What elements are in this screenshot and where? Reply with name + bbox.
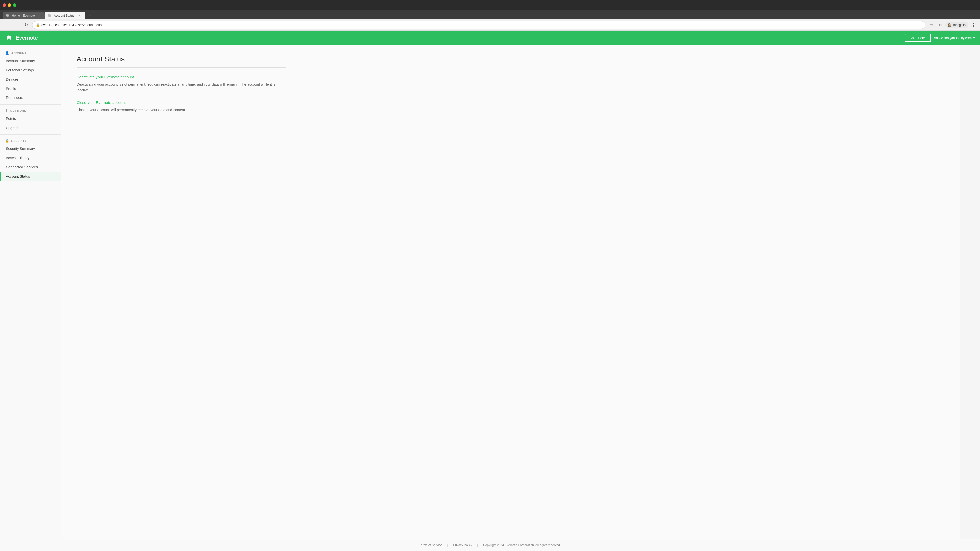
sidebar-section-account: 👤 ACCOUNT [0, 49, 61, 56]
address-lock-icon: 🔒 [36, 23, 40, 27]
toolbar-actions: ☆ ⧉ 🕵 Incognito ⋮ [928, 21, 977, 29]
sidebar-item-account-status[interactable]: Account Status [0, 171, 61, 181]
app-container: Evernote Go to notes 5b3c818b@moodjoy.co… [0, 30, 980, 551]
header-right: Go to notes 5b3c818b@moodjoy.com ▾ [905, 34, 975, 42]
tab-title-home: Home - Evernote [12, 14, 35, 17]
go-to-notes-button[interactable]: Go to notes [905, 34, 931, 42]
sidebar-item-profile[interactable]: Profile [0, 84, 61, 93]
user-menu-chevron: ▾ [973, 36, 975, 40]
user-menu[interactable]: 5b3c818b@moodjoy.com ▾ [934, 36, 975, 40]
tab-favicon-home: 🐘 [6, 14, 10, 17]
footer-privacy-link[interactable]: Privacy Policy [453, 543, 472, 547]
close-description: Closing your account will permanently re… [76, 107, 286, 113]
new-tab-button[interactable]: + [86, 12, 94, 19]
sidebar-item-connected-services[interactable]: Connected Services [0, 162, 61, 171]
sidebar-item-access-history[interactable]: Access History [0, 153, 61, 162]
deactivate-link[interactable]: Deactivate your Evernote account [76, 75, 134, 79]
footer: Terms of Service | Privacy Policy | Copy… [0, 539, 980, 551]
back-button[interactable]: ← [3, 21, 10, 29]
address-text: evernote.com/secure/CloseAccount.action [41, 23, 103, 27]
sidebar-item-points[interactable]: Points [0, 114, 61, 123]
incognito-label: Incognito [953, 23, 966, 27]
app-logo-text: Evernote [16, 35, 38, 41]
tab-close-account[interactable]: ✕ [78, 14, 82, 17]
sidebar-item-devices[interactable]: Devices [0, 75, 61, 84]
sidebar-item-upgrade[interactable]: Upgrade [0, 123, 61, 132]
user-email: 5b3c818b@moodjoy.com [934, 36, 972, 40]
account-section-label: ACCOUNT [11, 52, 27, 55]
address-bar[interactable]: 🔒 evernote.com/secure/CloseAccount.actio… [32, 21, 925, 29]
footer-terms-link[interactable]: Terms of Service [419, 543, 442, 547]
right-panel [959, 45, 980, 539]
deactivate-description: Deactivating your account is not permane… [76, 82, 286, 93]
content-inner: Account Status Deactivate your Evernote … [76, 55, 286, 113]
browser-toolbar: ← → ↻ 🔒 evernote.com/secure/CloseAccount… [0, 19, 980, 30]
evernote-logo-icon [5, 34, 13, 42]
account-section-icon: 👤 [5, 51, 10, 55]
bookmark-button[interactable]: ☆ [928, 21, 935, 29]
browser-titlebar: ✕ − + [0, 0, 980, 10]
incognito-icon: 🕵 [948, 23, 952, 27]
tab-search-button[interactable]: ⧉ [937, 21, 944, 29]
tab-favicon-account: 🐘 [48, 14, 52, 17]
sidebar-divider-1 [0, 104, 61, 105]
close-account-link[interactable]: Close your Evernote account [76, 100, 126, 105]
tab-close-home[interactable]: ✕ [37, 14, 41, 17]
app-logo: Evernote [5, 34, 38, 42]
forward-button[interactable]: → [13, 21, 20, 29]
page-divider [76, 67, 286, 68]
sidebar-item-account-summary[interactable]: Account Summary [0, 56, 61, 65]
window-close-button[interactable]: ✕ [3, 3, 6, 7]
window-controls: ✕ − + [3, 3, 16, 7]
browser-chrome: ✕ − + 🐘 Home - Evernote ✕ 🐘 Account Stat… [0, 0, 980, 30]
window-maximize-button[interactable]: + [13, 3, 16, 7]
get-more-section-label: GET MORE [10, 109, 26, 112]
window-minimize-button[interactable]: − [8, 3, 11, 7]
footer-copyright: Copyright 2024 Evernote Corporation. All… [483, 543, 561, 547]
sidebar-item-personal-settings[interactable]: Personal Settings [0, 65, 61, 75]
refresh-button[interactable]: ↻ [22, 21, 30, 29]
main-layout: 👤 ACCOUNT Account Summary Personal Setti… [0, 45, 980, 539]
sidebar-section-get-more: ⬆ GET MORE [0, 106, 61, 114]
tab-account-status[interactable]: 🐘 Account Status ✕ [45, 12, 86, 19]
content-area: Account Status Deactivate your Evernote … [61, 45, 959, 539]
footer-divider-1: | [447, 543, 448, 547]
footer-divider-2: | [477, 543, 478, 547]
incognito-button[interactable]: 🕵 Incognito [945, 22, 968, 28]
sidebar-item-reminders[interactable]: Reminders [0, 93, 61, 102]
security-section-icon: 🔒 [5, 139, 10, 143]
get-more-section-icon: ⬆ [5, 109, 8, 113]
tab-title-account: Account Status [54, 14, 75, 17]
sidebar: 👤 ACCOUNT Account Summary Personal Setti… [0, 45, 61, 539]
page-title: Account Status [76, 55, 286, 63]
menu-button[interactable]: ⋮ [970, 21, 977, 29]
sidebar-item-security-summary[interactable]: Security Summary [0, 144, 61, 153]
tabs-bar: 🐘 Home - Evernote ✕ 🐘 Account Status ✕ + [0, 10, 980, 19]
sidebar-section-security: 🔒 SECURITY [0, 137, 61, 144]
app-header: Evernote Go to notes 5b3c818b@moodjoy.co… [0, 30, 980, 45]
security-section-label: SECURITY [11, 139, 27, 142]
tab-home-evernote[interactable]: 🐘 Home - Evernote ✕ [3, 12, 45, 19]
